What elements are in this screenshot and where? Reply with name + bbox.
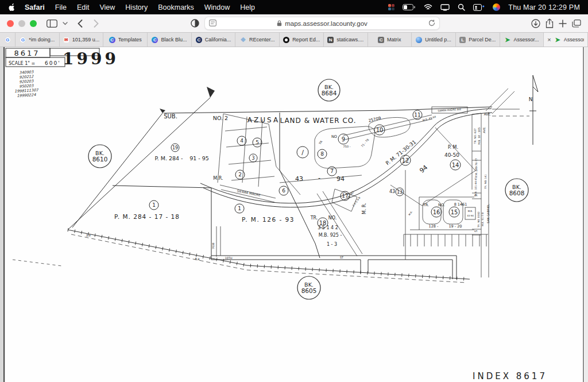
map-label: NO [331,134,337,139]
map-label: ST. [474,194,478,197]
tab-recenter-[interactable]: ❖REcenter... [235,33,280,47]
map-label: 94 [336,175,345,183]
apple-menu-icon[interactable] [8,3,16,11]
tab-close-icon[interactable]: × [547,37,551,43]
minimize-window-button[interactable] [18,20,25,27]
safari-toolbar: maps.assessor.lacounty.gov [0,14,588,33]
google-favicon: G [5,37,11,43]
parcel-number: 19 [172,145,178,151]
map-label: 10TH [225,256,233,260]
tab-label: 101,359 u... [72,37,100,43]
map-label: 91 - 95 [189,155,209,161]
menu-bookmarks[interactable]: Bookmarks [153,3,199,11]
lock-icon [277,20,282,26]
close-window-button[interactable] [7,20,14,27]
tab-label: California... [205,37,231,43]
tab-parcel-de-[interactable]: LParcel De... [456,33,500,47]
parcel-number: / [301,149,304,156]
menu-safari[interactable]: Safari [25,3,50,11]
year-stamp: 1999 [63,49,119,68]
zoom-window-button[interactable] [30,20,37,27]
map-label: - [318,174,320,182]
map-label: LAND & WATER CO. [280,117,356,125]
map-label: 43 [295,175,303,183]
map-label: 2 0 5 9 R [352,196,361,207]
battery-icon[interactable] [403,4,416,10]
tab-label: staticaws.... [336,37,363,43]
sidebar-toggle-icon[interactable] [47,20,57,28]
parcel-number: 9 [342,136,345,142]
menu-bar-clock: Thu Mar 20 12:29 PM [508,3,580,11]
back-button[interactable] [78,20,83,28]
tab-label: Black Blu... [161,37,187,43]
assessor-green-favicon: ➤ [555,37,561,43]
letter-n-favicon: N [327,37,334,43]
map-label: NO. [328,215,337,221]
tab-overview-icon[interactable] [572,20,581,28]
map-label: TR. NO. 8302 [477,211,480,228]
map-labels: 8617SCALE 1" =600'1999INDEX 8617SUB.NO. … [9,49,547,381]
letter-l-favicon: L [459,37,466,43]
app-grid-icon[interactable] [388,4,395,11]
tab-pinned-google[interactable]: G [0,33,16,47]
menu-edit[interactable]: Edit [72,3,95,11]
sidebar-chevron-icon[interactable] [63,22,68,25]
share-icon[interactable] [546,18,554,28]
menu-view[interactable]: View [94,3,120,11]
mail-favicon: ✉ [63,37,69,43]
tab-black-blu-[interactable]: CBlack Blu... [148,33,192,47]
downloads-icon[interactable] [531,19,540,28]
tab-report-ed-[interactable]: Report Ed... [280,33,324,47]
map-label: S.P. [86,234,92,238]
page-appearance-icon[interactable] [191,19,199,28]
tab-label: *im doing... [29,37,55,43]
tab-staticaws-[interactable]: Nstaticaws.... [324,33,368,47]
map-label: 71 - 78 [360,138,369,148]
parcel-number: 14 [452,162,459,168]
scale-label: SCALE 1" = [9,61,35,66]
parcel-number: 13 [397,190,403,195]
parcel-number: 18 [319,220,327,226]
menu-help[interactable]: Help [235,3,260,11]
tab-templates[interactable]: CTemplates [103,33,148,47]
book-circle-number: 8684 [322,90,337,97]
menu-items: FileEditViewHistoryBookmarksWindowHelp [50,3,260,11]
address-bar[interactable]: maps.assessor.lacounty.gov [204,17,440,30]
menu-window[interactable]: Window [199,3,235,11]
map-label: M.B. [408,210,413,216]
tab-untitled-p-[interactable]: Untitled p... [412,33,456,47]
reader-options-icon[interactable] [209,18,216,29]
tab-california-[interactable]: CCalifornia... [192,33,236,47]
menu-file[interactable]: File [50,3,72,11]
page-content: 8617SCALE 1" =600'1999INDEX 8617SUB.NO. … [0,47,588,382]
user-switch-icon[interactable] [473,4,485,11]
wifi-icon[interactable] [424,4,432,10]
tab--im-doing-[interactable]: G*im doing... [16,33,60,47]
tab-assessor-[interactable]: ×➤Assessor... [544,33,588,47]
canva-favicon: C [152,37,158,43]
map-label: TR. [310,215,318,221]
parcel-number: 12 [402,157,409,164]
tab-matrix[interactable]: CMatrix [368,33,412,47]
map-label: AVE. [484,113,492,116]
map-label: P. M. 126 - 93 [242,216,295,223]
tab-label: Templates [118,37,142,43]
reload-icon[interactable] [428,18,435,29]
parcel-number: 15 [451,209,458,215]
map-label: ST. [474,230,478,233]
browser-app-icon[interactable] [493,3,500,11]
map-label: SAN GABRIEL [486,204,490,223]
map-label: P. M. [448,145,458,150]
tab-101-359-u-[interactable]: ✉101,359 u... [60,33,104,47]
assessor-map-canvas[interactable]: 8617SCALE 1" =600'1999INDEX 8617SUB.NO. … [0,47,588,382]
forward-button[interactable] [94,20,99,28]
menu-history[interactable]: History [120,3,153,11]
map-label: NO. 2 [213,115,228,121]
search-icon[interactable] [458,3,465,11]
map-label: 19 - 20 [448,224,462,229]
map-label: M.R. [213,176,223,181]
tab-assessor-[interactable]: ➤Assessor... [500,33,544,47]
new-tab-icon[interactable] [559,20,567,28]
parcel-number: 5 [256,140,259,145]
display-icon[interactable] [440,4,450,11]
